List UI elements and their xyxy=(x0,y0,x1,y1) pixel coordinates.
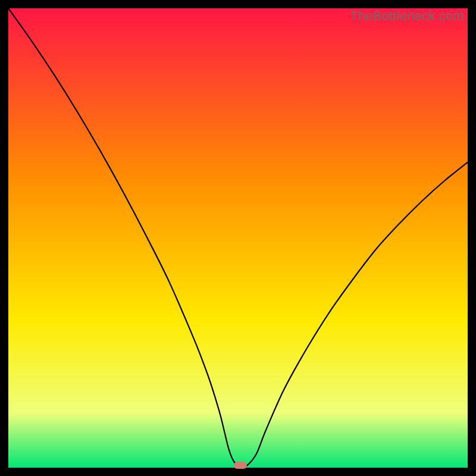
chart-frame: TheBottleneck.com xyxy=(8,8,468,468)
gradient-background xyxy=(8,8,468,468)
bottleneck-chart xyxy=(8,8,468,468)
optimal-point-marker xyxy=(234,462,247,469)
watermark-text: TheBottleneck.com xyxy=(350,8,464,24)
